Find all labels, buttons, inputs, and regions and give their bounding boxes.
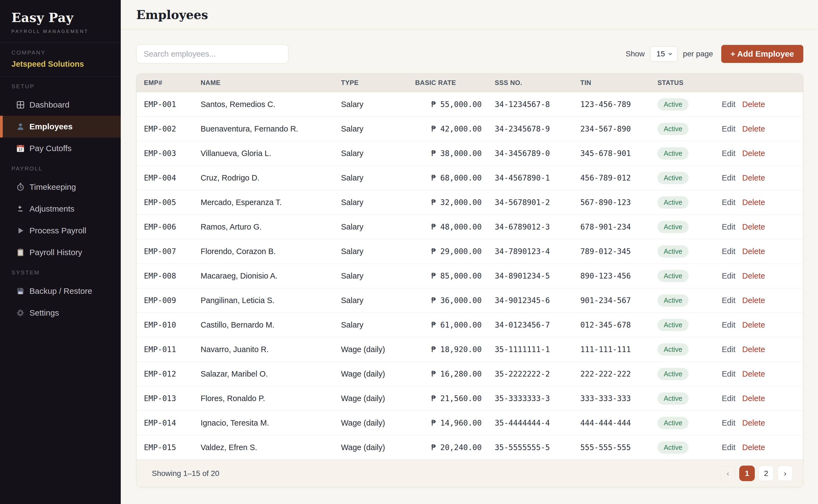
- delete-link[interactable]: Delete: [742, 345, 765, 354]
- cell-sss-no: 34-9012345-6: [495, 296, 580, 305]
- table-row: EMP-005 Mercado, Esperanza T. Salary ₱ 3…: [136, 190, 803, 215]
- delete-link[interactable]: Delete: [742, 124, 765, 133]
- cell-type: Wage (daily): [341, 345, 415, 354]
- add-employee-button[interactable]: + Add Employee: [721, 45, 803, 63]
- cell-type: Salary: [341, 198, 415, 207]
- sidebar-item-pay-cutoffs[interactable]: JUL17 Pay Cutoffs: [0, 138, 121, 159]
- cell-name: Flores, Ronaldo P.: [200, 394, 341, 403]
- sidebar: Easy Pay PAYROLL MANAGEMENT COMPANY Jets…: [0, 0, 121, 504]
- search-input[interactable]: [136, 44, 288, 63]
- table-footer: Showing 1–15 of 20 ‹12›: [136, 460, 803, 487]
- edit-link[interactable]: Edit: [722, 296, 735, 305]
- edit-link[interactable]: Edit: [722, 222, 735, 231]
- sidebar-item-process-payroll[interactable]: Process Payroll: [0, 220, 121, 242]
- delete-link[interactable]: Delete: [742, 100, 765, 109]
- cell-basic-rate: ₱ 16,280.00: [415, 369, 495, 378]
- table-row: EMP-001 Santos, Remedios C. Salary ₱ 55,…: [136, 92, 803, 117]
- cell-basic-rate: ₱ 32,000.00: [415, 198, 495, 207]
- sidebar-item-backup-restore[interactable]: Backup / Restore: [0, 280, 121, 302]
- prev-page-button[interactable]: ‹: [720, 466, 736, 481]
- cell-sss-no: 35-2222222-2: [495, 369, 580, 378]
- per-page-label: per page: [683, 50, 713, 58]
- status-badge: Active: [658, 294, 689, 307]
- delete-link[interactable]: Delete: [742, 394, 765, 403]
- delete-link[interactable]: Delete: [742, 247, 765, 256]
- cell-tin: 456-789-012: [580, 173, 658, 182]
- company-name: Jetspeed Solutions: [11, 60, 109, 69]
- status-badge: Active: [658, 123, 689, 135]
- cell-name: Salazar, Maribel O.: [200, 369, 341, 378]
- next-page-button[interactable]: ›: [777, 466, 793, 481]
- cell-sss-no: 35-3333333-3: [495, 394, 580, 403]
- delete-link[interactable]: Delete: [742, 271, 765, 280]
- delete-link[interactable]: Delete: [742, 149, 765, 158]
- cell-basic-rate: ₱ 42,000.00: [415, 124, 495, 133]
- edit-link[interactable]: Edit: [722, 271, 735, 280]
- table-row: EMP-015 Valdez, Efren S. Wage (daily) ₱ …: [136, 435, 803, 460]
- calendar-icon: JUL17: [16, 143, 28, 154]
- sidebar-item-settings[interactable]: Settings: [0, 302, 121, 324]
- edit-link[interactable]: Edit: [722, 369, 735, 378]
- delete-link[interactable]: Delete: [742, 443, 765, 452]
- cell-tin: 333-333-333: [580, 394, 658, 403]
- sidebar-item-payroll-history[interactable]: Payroll History: [0, 242, 121, 263]
- delete-link[interactable]: Delete: [742, 419, 765, 427]
- edit-link[interactable]: Edit: [722, 173, 735, 182]
- cell-emp-number: EMP-001: [144, 100, 200, 109]
- delete-link[interactable]: Delete: [742, 320, 765, 329]
- edit-link[interactable]: Edit: [722, 320, 735, 329]
- sidebar-item-timekeeping[interactable]: Timekeeping: [0, 176, 121, 198]
- edit-link[interactable]: Edit: [722, 124, 735, 133]
- page-1-button[interactable]: 1: [739, 466, 755, 481]
- logo-block: Easy Pay PAYROLL MANAGEMENT: [0, 0, 121, 43]
- delete-link[interactable]: Delete: [742, 198, 765, 207]
- cell-name: Santos, Remedios C.: [200, 100, 341, 109]
- cell-type: Salary: [341, 320, 415, 329]
- edit-link[interactable]: Edit: [722, 100, 735, 109]
- table-row: EMP-010 Castillo, Bernardo M. Salary ₱ 6…: [136, 313, 803, 337]
- cell-type: Wage (daily): [341, 369, 415, 378]
- edit-link[interactable]: Edit: [722, 198, 735, 207]
- status-badge: Active: [658, 368, 689, 380]
- status-badge: Active: [658, 196, 689, 209]
- column-header-emp: EMP#: [144, 79, 200, 87]
- edit-link[interactable]: Edit: [722, 149, 735, 158]
- cell-type: Salary: [341, 173, 415, 182]
- cell-name: Valdez, Efren S.: [200, 443, 341, 452]
- cell-basic-rate: ₱ 61,000.00: [415, 320, 495, 329]
- delete-link[interactable]: Delete: [742, 369, 765, 378]
- cell-type: Salary: [341, 124, 415, 133]
- cell-emp-number: EMP-005: [144, 198, 200, 207]
- table-row: EMP-009 Pangilinan, Leticia S. Salary ₱ …: [136, 288, 803, 313]
- edit-link[interactable]: Edit: [722, 247, 735, 256]
- sidebar-item-adjustments[interactable]: Adjustments: [0, 198, 121, 220]
- cell-sss-no: 34-6789012-3: [495, 222, 580, 231]
- edit-link[interactable]: Edit: [722, 394, 735, 403]
- status-badge: Active: [658, 441, 689, 454]
- table-row: EMP-013 Flores, Ronaldo P. Wage (daily) …: [136, 386, 803, 411]
- edit-link[interactable]: Edit: [722, 345, 735, 354]
- cell-sss-no: 34-5678901-2: [495, 198, 580, 207]
- sidebar-item-dashboard[interactable]: Dashboard: [0, 94, 121, 116]
- page-2-button[interactable]: 2: [758, 466, 774, 481]
- sidebar-item-label: Process Payroll: [29, 226, 86, 235]
- delete-link[interactable]: Delete: [742, 296, 765, 305]
- sidebar-item-label: Payroll History: [29, 248, 82, 257]
- cell-emp-number: EMP-006: [144, 222, 200, 231]
- delete-link[interactable]: Delete: [742, 173, 765, 182]
- table-row: EMP-003 Villanueva, Gloria L. Salary ₱ 3…: [136, 141, 803, 166]
- edit-link[interactable]: Edit: [722, 443, 735, 452]
- cell-name: Ignacio, Teresita M.: [200, 419, 341, 427]
- cell-tin: 345-678-901: [580, 149, 658, 158]
- table-row: EMP-002 Buenaventura, Fernando R. Salary…: [136, 117, 803, 141]
- sidebar-item-employees[interactable]: Employees: [0, 116, 121, 138]
- cell-emp-number: EMP-008: [144, 271, 200, 280]
- cell-emp-number: EMP-014: [144, 419, 200, 427]
- per-page-select[interactable]: 15: [650, 46, 677, 62]
- cell-emp-number: EMP-007: [144, 247, 200, 256]
- delete-link[interactable]: Delete: [742, 222, 765, 231]
- edit-link[interactable]: Edit: [722, 419, 735, 427]
- cell-sss-no: 34-3456789-0: [495, 149, 580, 158]
- status-badge: Active: [658, 392, 689, 405]
- cell-type: Wage (daily): [341, 419, 415, 427]
